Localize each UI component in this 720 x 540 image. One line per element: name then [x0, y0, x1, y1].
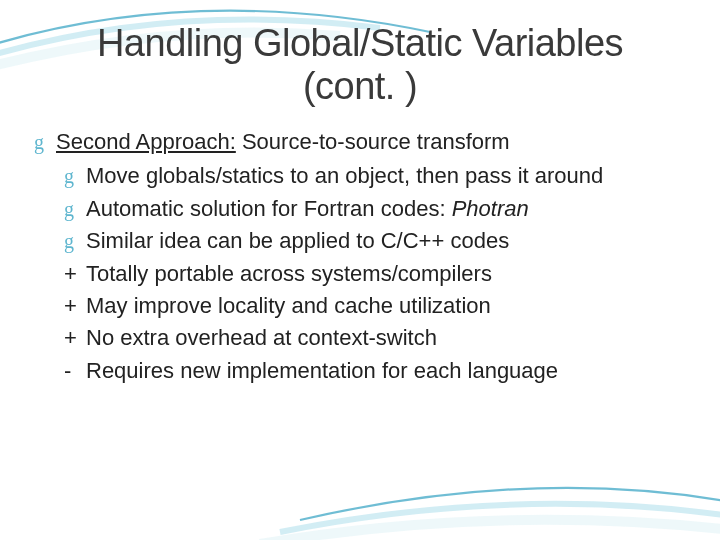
pro-con-item: +May improve locality and cache utilizat…: [64, 291, 692, 321]
pro-con-text: Totally portable across systems/compiler…: [86, 261, 492, 286]
swirl-icon: g: [64, 228, 86, 256]
pro-con-text: May improve locality and cache utilizati…: [86, 293, 491, 318]
bullet-sub-text-em: Photran: [452, 196, 529, 221]
title-line-2: (cont. ): [303, 65, 417, 107]
pro-con-text: Requires new implementation for each lan…: [86, 358, 558, 383]
bullet-main-rest: Source-to-source transform: [236, 129, 510, 154]
bullet-sub: gMove globals/statics to an object, then…: [64, 161, 692, 191]
minus-icon: -: [64, 356, 86, 386]
bullet-sub-text-pre: Automatic solution for Fortran codes:: [86, 196, 452, 221]
bullet-main-underline: Second Approach:: [56, 129, 236, 154]
swirl-icon: g: [64, 163, 86, 191]
bullet-sub-text: Similar idea can be applied to C/C++ cod…: [86, 228, 509, 253]
bullet-sub: gAutomatic solution for Fortran codes: P…: [64, 194, 692, 224]
bullet-list: gSecond Approach: Source-to-source trans…: [28, 127, 692, 386]
plus-icon: +: [64, 259, 86, 289]
swirl-icon: g: [34, 129, 56, 157]
bullet-main: gSecond Approach: Source-to-source trans…: [34, 127, 692, 157]
bullet-sub-text: Move globals/statics to an object, then …: [86, 163, 603, 188]
slide-content: Handling Global/Static Variables (cont. …: [0, 0, 720, 540]
pro-con-item: -Requires new implementation for each la…: [64, 356, 692, 386]
title-line-1: Handling Global/Static Variables: [97, 22, 623, 64]
bullet-sub: gSimilar idea can be applied to C/C++ co…: [64, 226, 692, 256]
pro-con-item: +No extra overhead at context-switch: [64, 323, 692, 353]
pro-con-item: +Totally portable across systems/compile…: [64, 259, 692, 289]
plus-icon: +: [64, 323, 86, 353]
pro-con-text: No extra overhead at context-switch: [86, 325, 437, 350]
plus-icon: +: [64, 291, 86, 321]
slide-title: Handling Global/Static Variables (cont. …: [28, 22, 692, 107]
swirl-icon: g: [64, 196, 86, 224]
